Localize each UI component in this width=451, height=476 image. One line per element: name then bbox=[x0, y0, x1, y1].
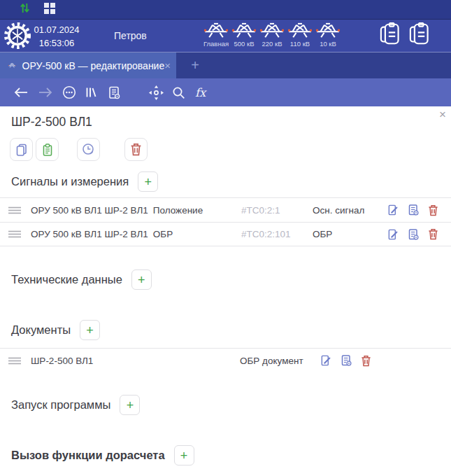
row-actions bbox=[387, 228, 438, 240]
apps-grid-icon[interactable] bbox=[44, 3, 55, 17]
section-program-header: Запуск программы + bbox=[11, 395, 451, 415]
row-actions bbox=[320, 355, 371, 367]
page-title: ШР-2-500 ВЛ1 bbox=[11, 115, 451, 130]
signal-device: ОРУ 500 кВ ВЛ1 ШР-2 ВЛ1 bbox=[31, 229, 148, 239]
connection-status-icon[interactable] bbox=[20, 2, 30, 17]
editor-panel: × ШР-2-500 ВЛ1 bbox=[0, 106, 451, 476]
pylon-icon bbox=[287, 22, 313, 38]
edit-icon[interactable] bbox=[320, 355, 331, 366]
nav-item-label: 110 кВ bbox=[290, 40, 310, 48]
history-button[interactable] bbox=[77, 138, 100, 161]
signal-kind: ОБР bbox=[153, 229, 173, 239]
tab-close-icon[interactable]: × bbox=[164, 60, 171, 71]
edit-icon[interactable] bbox=[387, 204, 399, 216]
row-actions bbox=[387, 204, 438, 216]
signal-row[interactable]: ОРУ 500 кВ ВЛ1 ШР-2 ВЛ1Положение #ТС0:2:… bbox=[0, 197, 451, 222]
signal-device: ОРУ 500 кВ ВЛ1 ШР-2 ВЛ1 bbox=[31, 205, 148, 216]
trash-icon bbox=[130, 143, 142, 156]
nav-item-label: 220 кВ bbox=[262, 40, 282, 48]
signal-name: ОРУ 500 кВ ВЛ1 ШР-2 ВЛ1ОБР bbox=[31, 229, 241, 239]
signal-type: ОБР bbox=[313, 229, 387, 239]
nav-item-110kv[interactable]: 110 кВ bbox=[286, 22, 314, 48]
delete-icon[interactable] bbox=[361, 355, 371, 367]
clipboard-icon bbox=[41, 144, 54, 156]
nav-item-500kv[interactable]: 500 кВ bbox=[230, 22, 258, 48]
add-signal-button[interactable]: + bbox=[138, 172, 158, 192]
library-icon[interactable] bbox=[85, 86, 97, 99]
pylon-icon bbox=[8, 60, 16, 71]
paste-button[interactable] bbox=[36, 138, 59, 161]
copy-button[interactable] bbox=[10, 138, 33, 161]
configure-icon[interactable] bbox=[341, 355, 352, 366]
section-title: Запуск программы bbox=[11, 398, 110, 412]
section-title: Вызов функции дорасчета bbox=[11, 449, 165, 462]
section-func-header: Вызов функции дорасчета + bbox=[11, 445, 451, 465]
nav-item-glavnaya[interactable]: Главная bbox=[202, 22, 230, 48]
new-tab-button[interactable]: + bbox=[186, 52, 204, 78]
signal-type: Осн. сигнал bbox=[313, 205, 387, 216]
topbar bbox=[0, 0, 451, 20]
nav-item-label: 10 кВ bbox=[320, 40, 336, 48]
pylon-icon bbox=[315, 22, 341, 38]
pylon-icon bbox=[203, 22, 229, 38]
signal-tag: #ТС0:2:1 bbox=[241, 205, 313, 216]
delete-icon[interactable] bbox=[428, 228, 438, 240]
report-settings-icon[interactable] bbox=[108, 86, 120, 99]
add-tech-button[interactable]: + bbox=[131, 270, 152, 290]
header-bar: 01.07.2024 16:53:06 Петров Главная 500 к… bbox=[0, 20, 451, 52]
nav-item-220kv[interactable]: 220 кВ bbox=[258, 22, 286, 48]
section-title: Технические данные bbox=[11, 273, 122, 286]
document-name: ШР-2-500 ВЛ1 bbox=[31, 356, 240, 366]
section-docs-header: Документы + bbox=[11, 320, 451, 340]
pylon-icon bbox=[259, 22, 285, 38]
tab-title: ОРУ-500 кВ — редактирование bbox=[22, 60, 165, 71]
app-window: 01.07.2024 16:53:06 Петров Главная 500 к… bbox=[0, 0, 451, 476]
user-name: Петров bbox=[114, 30, 147, 41]
add-document-button[interactable]: + bbox=[80, 320, 100, 340]
nav-item-label: 500 кВ bbox=[234, 40, 255, 48]
nav-item-10kv[interactable]: 10 кВ bbox=[314, 22, 342, 48]
panel-close-icon[interactable]: × bbox=[439, 108, 446, 122]
back-icon[interactable] bbox=[13, 87, 29, 98]
configure-icon[interactable] bbox=[408, 229, 419, 240]
datetime: 01.07.2024 16:53:06 bbox=[29, 24, 84, 50]
forward-icon[interactable] bbox=[38, 87, 53, 98]
pylon-icon bbox=[231, 22, 257, 38]
delete-button[interactable] bbox=[124, 138, 148, 161]
formula-icon[interactable]: fx bbox=[195, 86, 206, 99]
tab-oru-500-editing[interactable]: ОРУ-500 кВ — редактирование × bbox=[0, 52, 176, 78]
more-options-icon[interactable] bbox=[62, 85, 76, 99]
copy-icon bbox=[15, 144, 28, 156]
signals-list: ОРУ 500 кВ ВЛ1 ШР-2 ВЛ1Положение #ТС0:2:… bbox=[0, 197, 451, 246]
configure-icon[interactable] bbox=[408, 204, 419, 216]
signal-kind: Положение bbox=[153, 205, 203, 216]
drag-handle-icon[interactable] bbox=[8, 357, 31, 365]
substation-nav: Главная 500 кВ 220 кВ 110 кВ 10 кВ bbox=[202, 22, 342, 48]
tabbar: ОРУ-500 кВ — редактирование × + bbox=[0, 52, 451, 78]
time-label: 16:53:06 bbox=[29, 37, 84, 50]
documents-copy-alt-icon[interactable] bbox=[409, 22, 429, 48]
documents-copy-icon[interactable] bbox=[380, 22, 400, 48]
company-logo-icon bbox=[3, 22, 31, 52]
document-type: ОБР документ bbox=[240, 356, 320, 366]
search-icon[interactable] bbox=[172, 86, 185, 99]
document-row[interactable]: ШР-2-500 ВЛ1 ОБР документ bbox=[0, 348, 451, 372]
add-program-button[interactable]: + bbox=[120, 395, 140, 415]
section-title: Документы bbox=[11, 323, 71, 337]
add-func-button[interactable]: + bbox=[174, 445, 194, 465]
drag-handle-icon[interactable] bbox=[8, 206, 31, 214]
signal-tag: #ТС0:2:101 bbox=[241, 229, 313, 239]
object-actions bbox=[10, 138, 451, 161]
pan-icon[interactable] bbox=[148, 85, 164, 101]
drag-handle-icon[interactable] bbox=[8, 230, 31, 238]
section-title: Сигналы и измерения bbox=[11, 175, 129, 188]
toolbar: fx bbox=[0, 78, 451, 106]
delete-icon[interactable] bbox=[428, 204, 438, 216]
edit-icon[interactable] bbox=[387, 229, 399, 240]
section-signals-header: Сигналы и измерения + bbox=[11, 172, 451, 192]
history-icon bbox=[82, 143, 95, 156]
signal-name: ОРУ 500 кВ ВЛ1 ШР-2 ВЛ1Положение bbox=[31, 205, 241, 216]
signal-row[interactable]: ОРУ 500 кВ ВЛ1 ШР-2 ВЛ1ОБР #ТС0:2:101 ОБ… bbox=[0, 222, 451, 246]
section-tech-header: Технические данные + bbox=[11, 270, 451, 290]
date-label: 01.07.2024 bbox=[29, 24, 84, 37]
